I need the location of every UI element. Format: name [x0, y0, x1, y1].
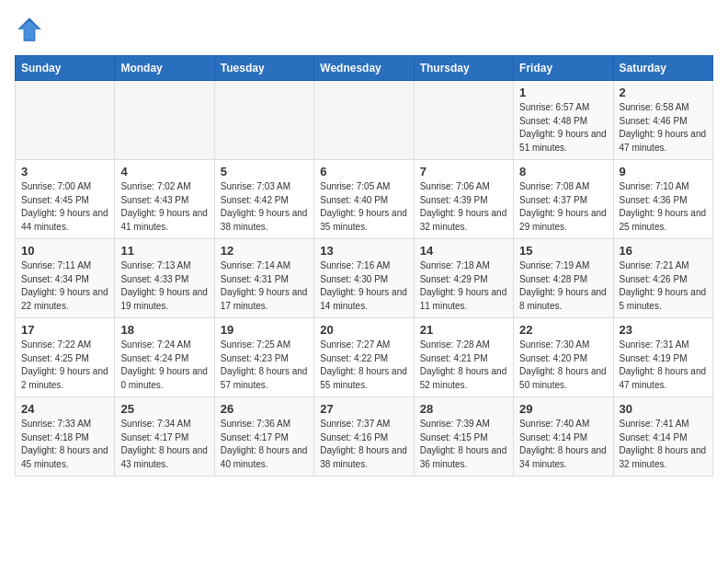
calendar-cell [214, 81, 313, 160]
calendar-week-row: 1Sunrise: 6:57 AM Sunset: 4:48 PM Daylig… [16, 81, 713, 160]
calendar-cell: 12Sunrise: 7:14 AM Sunset: 4:31 PM Dayli… [214, 239, 313, 318]
day-info: Sunrise: 7:11 AM Sunset: 4:34 PM Dayligh… [21, 259, 108, 313]
calendar-cell: 21Sunrise: 7:28 AM Sunset: 4:21 PM Dayli… [414, 318, 513, 397]
day-number: 8 [519, 165, 607, 178]
svg-marker-1 [19, 20, 40, 40]
day-info: Sunrise: 7:22 AM Sunset: 4:25 PM Dayligh… [21, 339, 108, 392]
logo-icon [15, 15, 44, 44]
weekday-header: Tuesday [214, 56, 313, 81]
day-number: 11 [120, 244, 208, 258]
day-info: Sunrise: 7:37 AM Sunset: 4:16 PM Dayligh… [320, 418, 407, 471]
calendar-cell: 24Sunrise: 7:33 AM Sunset: 4:18 PM Dayli… [16, 397, 115, 477]
day-number: 10 [21, 244, 108, 258]
day-number: 12 [221, 244, 308, 258]
calendar-cell: 26Sunrise: 7:36 AM Sunset: 4:17 PM Dayli… [214, 397, 313, 477]
day-number: 5 [221, 165, 308, 178]
day-number: 20 [320, 323, 407, 337]
calendar-cell [16, 81, 115, 160]
calendar-cell [115, 81, 214, 160]
calendar-week-row: 3Sunrise: 7:00 AM Sunset: 4:45 PM Daylig… [16, 160, 713, 239]
day-number: 2 [620, 86, 707, 99]
day-info: Sunrise: 7:39 AM Sunset: 4:15 PM Dayligh… [420, 418, 507, 471]
calendar-week-row: 10Sunrise: 7:11 AM Sunset: 4:34 PM Dayli… [16, 239, 713, 318]
day-number: 1 [519, 86, 607, 99]
day-info: Sunrise: 6:58 AM Sunset: 4:46 PM Dayligh… [620, 101, 707, 155]
weekday-header: Saturday [613, 56, 712, 81]
day-info: Sunrise: 7:21 AM Sunset: 4:26 PM Dayligh… [620, 259, 707, 313]
day-info: Sunrise: 7:00 AM Sunset: 4:45 PM Dayligh… [21, 180, 108, 234]
day-number: 28 [420, 402, 507, 416]
day-number: 15 [519, 244, 607, 258]
day-info: Sunrise: 7:14 AM Sunset: 4:31 PM Dayligh… [221, 259, 308, 313]
day-info: Sunrise: 7:19 AM Sunset: 4:28 PM Dayligh… [519, 259, 607, 313]
calendar-week-row: 24Sunrise: 7:33 AM Sunset: 4:18 PM Dayli… [16, 397, 713, 477]
day-info: Sunrise: 7:40 AM Sunset: 4:14 PM Dayligh… [519, 418, 607, 471]
day-number: 4 [120, 165, 208, 178]
calendar-cell: 15Sunrise: 7:19 AM Sunset: 4:28 PM Dayli… [514, 239, 613, 318]
day-info: Sunrise: 7:05 AM Sunset: 4:40 PM Dayligh… [320, 180, 407, 234]
calendar-cell: 25Sunrise: 7:34 AM Sunset: 4:17 PM Dayli… [115, 397, 214, 477]
weekday-header: Monday [115, 56, 214, 81]
day-info: Sunrise: 7:31 AM Sunset: 4:19 PM Dayligh… [620, 339, 707, 392]
calendar-cell: 10Sunrise: 7:11 AM Sunset: 4:34 PM Dayli… [16, 239, 115, 318]
day-info: Sunrise: 7:02 AM Sunset: 4:43 PM Dayligh… [120, 180, 208, 234]
calendar-cell: 3Sunrise: 7:00 AM Sunset: 4:45 PM Daylig… [16, 160, 115, 239]
weekday-header: Sunday [16, 56, 115, 81]
calendar-cell: 18Sunrise: 7:24 AM Sunset: 4:24 PM Dayli… [115, 318, 214, 397]
day-number: 6 [320, 165, 407, 178]
calendar-table: SundayMondayTuesdayWednesdayThursdayFrid… [15, 55, 713, 477]
calendar-cell: 2Sunrise: 6:58 AM Sunset: 4:46 PM Daylig… [613, 81, 712, 160]
day-info: Sunrise: 6:57 AM Sunset: 4:48 PM Dayligh… [519, 101, 607, 155]
day-number: 7 [420, 165, 507, 178]
day-info: Sunrise: 7:03 AM Sunset: 4:42 PM Dayligh… [221, 180, 308, 234]
day-number: 21 [420, 323, 507, 337]
calendar-cell: 23Sunrise: 7:31 AM Sunset: 4:19 PM Dayli… [613, 318, 712, 397]
calendar-cell: 14Sunrise: 7:18 AM Sunset: 4:29 PM Dayli… [414, 239, 513, 318]
day-number: 16 [620, 244, 707, 258]
weekday-header: Friday [514, 56, 613, 81]
calendar-cell: 22Sunrise: 7:30 AM Sunset: 4:20 PM Dayli… [514, 318, 613, 397]
day-info: Sunrise: 7:06 AM Sunset: 4:39 PM Dayligh… [420, 180, 507, 234]
day-number: 29 [519, 402, 607, 416]
day-number: 9 [620, 165, 707, 178]
weekday-header: Thursday [414, 56, 513, 81]
weekday-header: Wednesday [314, 56, 414, 81]
day-number: 14 [420, 244, 507, 258]
calendar-cell: 5Sunrise: 7:03 AM Sunset: 4:42 PM Daylig… [214, 160, 313, 239]
day-info: Sunrise: 7:10 AM Sunset: 4:36 PM Dayligh… [620, 180, 707, 234]
calendar-cell: 28Sunrise: 7:39 AM Sunset: 4:15 PM Dayli… [414, 397, 513, 477]
day-info: Sunrise: 7:16 AM Sunset: 4:30 PM Dayligh… [320, 259, 407, 313]
day-number: 19 [221, 323, 308, 337]
day-info: Sunrise: 7:34 AM Sunset: 4:17 PM Dayligh… [120, 418, 208, 471]
day-number: 13 [320, 244, 407, 258]
day-info: Sunrise: 7:41 AM Sunset: 4:14 PM Dayligh… [620, 418, 707, 471]
calendar-cell: 9Sunrise: 7:10 AM Sunset: 4:36 PM Daylig… [613, 160, 712, 239]
calendar-cell: 20Sunrise: 7:27 AM Sunset: 4:22 PM Dayli… [314, 318, 414, 397]
day-number: 17 [21, 323, 108, 337]
logo [15, 15, 48, 44]
day-info: Sunrise: 7:13 AM Sunset: 4:33 PM Dayligh… [120, 259, 208, 313]
calendar-cell: 7Sunrise: 7:06 AM Sunset: 4:39 PM Daylig… [414, 160, 513, 239]
day-info: Sunrise: 7:33 AM Sunset: 4:18 PM Dayligh… [21, 418, 108, 471]
calendar-cell [314, 81, 414, 160]
day-info: Sunrise: 7:25 AM Sunset: 4:23 PM Dayligh… [221, 339, 308, 392]
calendar-cell: 30Sunrise: 7:41 AM Sunset: 4:14 PM Dayli… [613, 397, 712, 477]
calendar-cell: 29Sunrise: 7:40 AM Sunset: 4:14 PM Dayli… [514, 397, 613, 477]
day-number: 25 [120, 402, 208, 416]
day-number: 18 [120, 323, 208, 337]
day-number: 22 [519, 323, 607, 337]
calendar-cell: 1Sunrise: 6:57 AM Sunset: 4:48 PM Daylig… [514, 81, 613, 160]
calendar-cell: 19Sunrise: 7:25 AM Sunset: 4:23 PM Dayli… [214, 318, 313, 397]
day-info: Sunrise: 7:28 AM Sunset: 4:21 PM Dayligh… [420, 339, 507, 392]
calendar-cell [414, 81, 513, 160]
day-number: 30 [620, 402, 707, 416]
day-info: Sunrise: 7:36 AM Sunset: 4:17 PM Dayligh… [221, 418, 308, 471]
day-info: Sunrise: 7:18 AM Sunset: 4:29 PM Dayligh… [420, 259, 507, 313]
calendar-cell: 6Sunrise: 7:05 AM Sunset: 4:40 PM Daylig… [314, 160, 414, 239]
day-info: Sunrise: 7:24 AM Sunset: 4:24 PM Dayligh… [120, 339, 208, 392]
day-number: 27 [320, 402, 407, 416]
calendar-cell: 16Sunrise: 7:21 AM Sunset: 4:26 PM Dayli… [613, 239, 712, 318]
calendar-cell: 4Sunrise: 7:02 AM Sunset: 4:43 PM Daylig… [115, 160, 214, 239]
weekday-header-row: SundayMondayTuesdayWednesdayThursdayFrid… [16, 56, 713, 81]
day-info: Sunrise: 7:08 AM Sunset: 4:37 PM Dayligh… [519, 180, 607, 234]
